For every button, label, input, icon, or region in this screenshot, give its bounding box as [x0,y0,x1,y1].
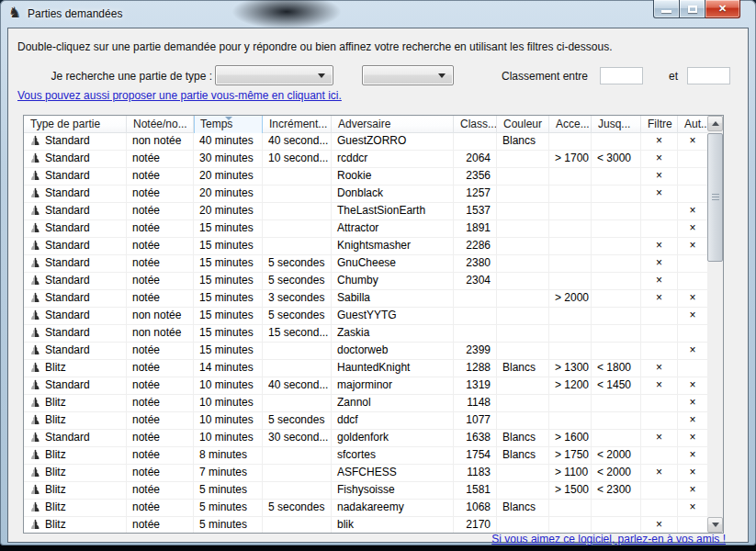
cell-adv: ASFCHESS [332,465,454,482]
secondary-filter-combobox[interactable] [362,65,454,85]
game-row[interactable]: ♟Standardnotée15 minutesAttractor1891× [24,220,708,238]
cell-jusq: < 2300 [592,482,641,500]
game-row[interactable]: ♟Standardnon notée15 minutes15 second...… [24,325,708,343]
cell-text: notée [132,413,160,426]
cell-text: non notée [132,309,181,321]
cell-text: × [689,466,695,478]
cell-aut: × [678,395,708,412]
cell-text: notée [132,256,160,269]
game-row[interactable]: ♟Blitznotée10 minutes5 secondesddcf1077× [24,412,708,430]
game-row[interactable]: ♟Standardnotée20 minutesDonblack1257× [24,186,708,203]
cell-text: notée [132,518,160,531]
cell-acce [549,517,592,534]
cell-type: ♟Standard [24,203,127,220]
cell-filtre: × [641,465,678,482]
cell-text: 30 second... [268,431,328,444]
cell-temps: 15 minutes [194,308,263,325]
maximize-button[interactable] [680,0,705,18]
game-row[interactable]: ♟Blitznotée5 minutesFishysoisse1581> 150… [24,482,708,500]
cell-text: > 1100 [555,466,588,478]
cell-acce: > 2000 [549,290,592,308]
cell-filtre [641,395,678,412]
cell-temps: 10 minutes [194,395,263,412]
cell-filtre: × [641,186,678,203]
scroll-down-button[interactable] [707,517,723,533]
game-row[interactable]: ♟Blitznotée14 minutesHauntedKnight1288Bl… [24,360,708,377]
cell-text: 15 minutes [199,291,254,304]
game-row[interactable]: ♟Standardnon notée15 minutes5 secondesGu… [24,308,708,325]
rating-max-input[interactable] [687,67,730,84]
column-header-type[interactable]: Type de partie [24,116,127,133]
cell-filtre: × [641,517,678,534]
scroll-up-button[interactable] [707,116,723,131]
cell-filtre: × [641,238,678,255]
column-header-adv[interactable]: Adversaire [332,116,454,133]
column-header-rated[interactable]: Notée/no... [127,116,194,133]
column-header-class[interactable]: Class... [454,116,497,133]
pawn-icon: ♟ [29,431,42,444]
cell-class: 2286 [454,238,497,255]
window: ♞ Parties demandées ✕ Double-cliquez sur… [0,0,756,545]
game-row[interactable]: ♟Standardnotée30 minutes10 second...rcdd… [24,151,708,168]
vertical-scrollbar[interactable] [707,116,723,533]
cell-acce [549,220,592,238]
pawn-icon: ♟ [29,343,42,356]
column-header-temps[interactable]: Temps [194,116,263,133]
cell-rated: notée [127,412,194,430]
game-row[interactable]: ♟Standardnotée15 minutesKnightsmasher228… [24,238,708,255]
cell-text: Standard [45,256,90,269]
cell-text: TheLastSionEarth [337,204,425,217]
cell-text: × [656,361,662,374]
cell-filtre: × [641,151,678,168]
game-type-combobox[interactable] [215,65,333,85]
column-header-jusq[interactable]: Jusq... [592,116,641,133]
cell-filtre [641,500,678,517]
game-row[interactable]: ♟Standardnotée15 minutes5 secondesGnuChe… [24,255,708,273]
pawn-icon: ♟ [29,134,42,147]
game-row[interactable]: ♟Blitznotée5 minutes5 secondesnadakareem… [24,500,708,517]
game-row[interactable]: ♟Standardnon notée40 minutes40 second...… [24,133,708,151]
cell-text: > 2000 [555,291,589,304]
cell-text: 8 minutes [199,448,247,461]
rating-min-input[interactable] [600,67,643,84]
cell-filtre: × [641,255,678,273]
game-row[interactable]: ♟Standardnotée15 minutesdoctorweb2399× [24,343,708,360]
cell-adv: TheLastSionEarth [332,203,454,220]
cell-text: × [689,413,695,426]
share-software-link[interactable]: Si vous aimez ce logiciel, parlez-en à v… [491,533,726,545]
cell-jusq: < 2000 [592,447,641,465]
cell-text: × [656,431,662,444]
column-header-filtre[interactable]: Filtre [641,116,678,133]
game-row[interactable]: ♟Blitznotée10 minutesZannol1148× [24,395,708,412]
game-row[interactable]: ♟Standardnotée15 minutes3 secondesSabill… [24,290,708,308]
scrollbar-thumb[interactable] [707,133,723,262]
propose-game-link[interactable]: Vous pouvez aussi proposer une partie vo… [17,89,342,102]
game-row[interactable]: ♟Standardnotée10 minutes30 second...gold… [24,430,708,447]
game-row[interactable]: ♟Blitznotée8 minutessfcortes1754Blancs> … [24,447,708,465]
column-header-acce[interactable]: Acce... [549,116,592,133]
cell-text: notée [132,204,160,217]
cell-rated: non notée [127,325,194,343]
minimize-button[interactable] [653,0,680,18]
cell-jusq [592,343,641,360]
column-header-couleur[interactable]: Couleur [497,116,549,133]
close-button[interactable]: ✕ [705,0,740,18]
cell-text: 14 minutes [199,361,254,374]
game-row[interactable]: ♟Standardnotée20 minutesRookie2356× [24,168,708,186]
window-titlebar[interactable]: ♞ Parties demandées ✕ [0,0,756,28]
cell-temps: 20 minutes [194,203,263,220]
cell-text: rcddcr [337,152,367,164]
cell-text: Blitz [45,483,66,496]
game-row[interactable]: ♟Blitznotée7 minutesASFCHESS1183> 1100< … [24,465,708,482]
game-row[interactable]: ♟Standardnotée10 minutes40 second...majo… [24,377,708,395]
cell-text: 3 secondes [268,291,324,304]
cell-class: 2399 [454,343,497,360]
cell-text: × [656,256,662,269]
cell-aut [678,360,708,377]
cell-rated: notée [127,255,194,273]
game-row[interactable]: ♟Blitznotée5 minutesblik2170× [24,517,708,534]
column-header-aut[interactable]: Aut... [678,116,708,133]
game-row[interactable]: ♟Standardnotée15 minutes5 secondesChumby… [24,273,708,290]
game-row[interactable]: ♟Standardnotée20 minutesTheLastSionEarth… [24,203,708,220]
column-header-inc[interactable]: Incrément... [263,116,332,133]
